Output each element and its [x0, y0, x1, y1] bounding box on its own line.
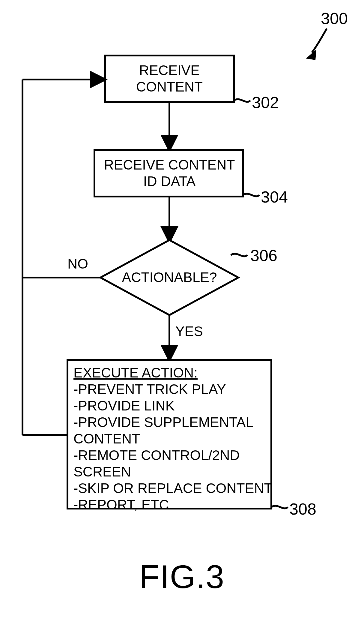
figure-ref-label: 300: [321, 9, 348, 27]
execute-action-title: EXECUTE ACTION:: [73, 365, 198, 380]
receive-content-line2: CONTENT: [136, 79, 203, 95]
execute-action-box: EXECUTE ACTION: -PREVENT TRICK PLAY -PRO…: [67, 360, 316, 518]
no-edge: NO: [22, 80, 100, 278]
execute-action-item-3: CONTENT: [73, 431, 140, 446]
execute-action-item-7: -REPORT, ETC.: [73, 497, 173, 512]
loopback-edge: [22, 278, 67, 435]
receive-id-data-line2: ID DATA: [143, 173, 196, 189]
flowchart-diagram: 300 RECEIVE CONTENT 302 RECEIVE CONTENT …: [0, 0, 364, 625]
yes-edge: YES: [169, 315, 203, 356]
actionable-text: ACTIONABLE?: [122, 269, 217, 285]
receive-id-data-box: RECEIVE CONTENT ID DATA 304: [94, 150, 288, 206]
execute-action-item-6: -SKIP OR REPLACE CONTENT: [73, 480, 273, 496]
receive-content-line1: RECEIVE: [139, 62, 200, 78]
figure-caption: FIG.3: [139, 558, 225, 595]
figure-ref-300: 300: [306, 9, 348, 60]
no-label: NO: [67, 256, 88, 272]
execute-action-item-0: -PREVENT TRICK PLAY: [73, 381, 226, 397]
receive-content-ref: 302: [252, 93, 279, 111]
yes-label: YES: [175, 323, 203, 339]
execute-action-item-4: -REMOTE CONTROL/2ND: [73, 447, 240, 463]
receive-id-data-line1: RECEIVE CONTENT: [104, 157, 235, 173]
execute-action-item-2: -PROVIDE SUPPLEMENTAL: [73, 414, 253, 430]
execute-action-ref: 308: [289, 500, 316, 518]
actionable-diamond: ACTIONABLE? 306: [100, 240, 277, 315]
execute-action-item-5: SCREEN: [73, 464, 131, 479]
actionable-ref: 306: [250, 246, 277, 264]
receive-content-box: RECEIVE CONTENT 302: [105, 56, 279, 111]
execute-action-item-1: -PROVIDE LINK: [73, 398, 175, 413]
receive-id-data-ref: 304: [261, 188, 288, 206]
